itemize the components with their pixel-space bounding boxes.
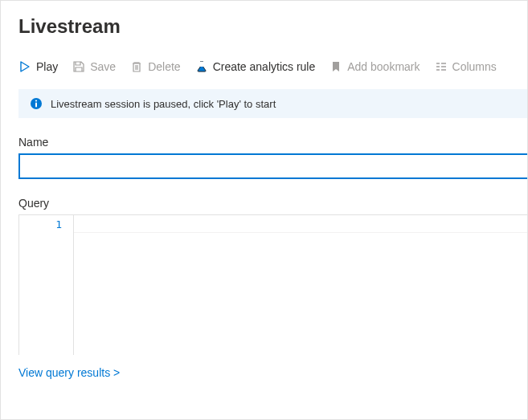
page-title: Livestream — [18, 15, 527, 38]
info-bar: Livestream session is paused, click 'Pla… — [18, 89, 527, 118]
svg-rect-0 — [200, 62, 203, 67]
query-editor[interactable]: 1 — [18, 214, 527, 355]
view-query-results-link[interactable]: View query results > — [18, 366, 120, 379]
livestream-panel: Livestream Play Save Delete Create analy… — [0, 0, 528, 420]
name-input[interactable] — [18, 153, 527, 179]
info-message: Livestream session is paused, click 'Pla… — [51, 98, 276, 110]
create-analytics-rule-button[interactable]: Create analytics rule — [195, 60, 316, 73]
flask-icon — [195, 60, 208, 73]
delete-icon — [130, 60, 143, 73]
name-label: Name — [18, 136, 527, 149]
play-icon — [18, 60, 31, 73]
info-icon — [30, 97, 43, 110]
bookmark-icon — [329, 60, 342, 73]
delete-label: Delete — [148, 60, 180, 73]
delete-button[interactable]: Delete — [130, 60, 180, 73]
play-button[interactable]: Play — [18, 60, 58, 73]
play-label: Play — [36, 60, 58, 73]
svg-rect-3 — [35, 103, 37, 108]
save-button[interactable]: Save — [72, 60, 116, 73]
save-label: Save — [90, 60, 116, 73]
query-field: Query 1 — [18, 197, 527, 355]
name-field: Name — [18, 136, 527, 179]
save-icon — [72, 60, 85, 73]
analytics-label: Create analytics rule — [213, 60, 316, 73]
columns-label: Columns — [452, 60, 497, 73]
view-results-label: View query results > — [18, 366, 120, 379]
add-bookmark-button[interactable]: Add bookmark — [329, 60, 420, 73]
line-number: 1 — [19, 218, 62, 230]
columns-button[interactable]: Columns — [435, 60, 497, 73]
code-area[interactable] — [74, 215, 527, 233]
line-gutter: 1 — [19, 215, 74, 355]
query-label: Query — [18, 197, 527, 210]
toolbar: Play Save Delete Create analytics rule A — [18, 60, 527, 73]
bookmark-label: Add bookmark — [347, 60, 420, 73]
svg-point-2 — [35, 100, 37, 101]
columns-icon — [435, 60, 448, 73]
